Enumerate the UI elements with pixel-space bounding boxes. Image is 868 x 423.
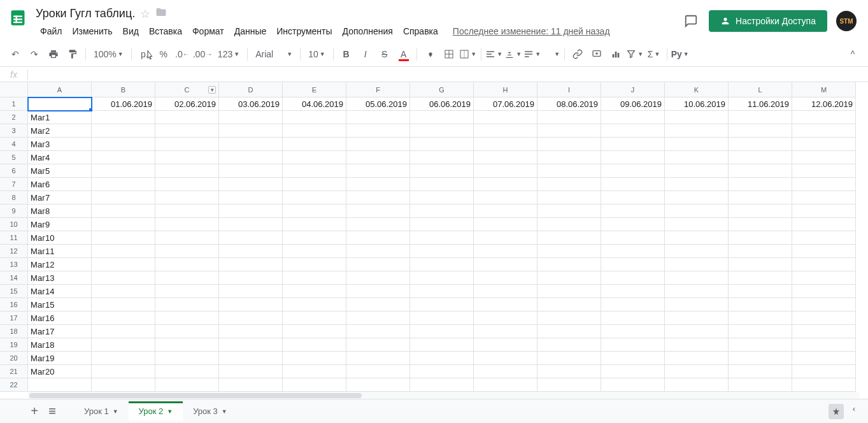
cell-F11[interactable] — [346, 231, 410, 245]
cell-A3[interactable]: Маг2 — [28, 124, 92, 138]
row-header-14[interactable]: 14 — [0, 271, 28, 285]
cell-E13[interactable] — [283, 258, 346, 271]
cell-F17[interactable] — [346, 312, 410, 325]
cell-B22[interactable] — [92, 378, 155, 392]
column-header-D[interactable]: D — [219, 82, 283, 97]
paint-format-button[interactable] — [64, 45, 82, 63]
cell-C2[interactable] — [155, 111, 219, 124]
cell-H21[interactable] — [474, 365, 537, 378]
cell-A17[interactable]: Маг16 — [28, 312, 92, 325]
cell-C7[interactable] — [155, 178, 219, 191]
chart-button[interactable] — [607, 45, 625, 63]
cell-K5[interactable] — [665, 151, 729, 164]
merge-button[interactable]: ▼ — [459, 45, 477, 63]
cell-I21[interactable] — [537, 365, 601, 378]
cell-E6[interactable] — [283, 164, 346, 178]
cell-J8[interactable] — [601, 191, 665, 204]
add-sheet-button[interactable]: + — [25, 403, 43, 420]
cell-D16[interactable] — [219, 298, 283, 312]
cell-F8[interactable] — [346, 191, 410, 204]
font-select[interactable]: Arial▼ — [252, 45, 296, 63]
cell-G6[interactable] — [410, 164, 474, 178]
cell-A7[interactable]: Маг6 — [28, 178, 92, 191]
cell-M17[interactable] — [792, 312, 856, 325]
row-header-3[interactable]: 3 — [0, 124, 28, 138]
cell-I12[interactable] — [537, 245, 601, 258]
cell-M4[interactable] — [792, 138, 856, 151]
row-header-21[interactable]: 21 — [0, 365, 28, 378]
text-color-button[interactable]: A — [395, 45, 413, 63]
row-header-6[interactable]: 6 — [0, 164, 28, 178]
cell-A6[interactable]: Маг5 — [28, 164, 92, 178]
cell-L8[interactable] — [729, 191, 792, 204]
cell-K7[interactable] — [665, 178, 729, 191]
cell-I11[interactable] — [537, 231, 601, 245]
cell-E1[interactable]: 04.06.2019 — [283, 97, 346, 111]
row-header-22[interactable]: 22 — [0, 378, 28, 392]
cell-A8[interactable]: Маг7 — [28, 191, 92, 204]
cell-L2[interactable] — [729, 111, 792, 124]
cell-F12[interactable] — [346, 245, 410, 258]
cell-C18[interactable] — [155, 325, 219, 338]
cell-I10[interactable] — [537, 218, 601, 231]
cell-B14[interactable] — [92, 271, 155, 285]
cell-K19[interactable] — [665, 338, 729, 352]
cell-I22[interactable] — [537, 378, 601, 392]
cell-G19[interactable] — [410, 338, 474, 352]
cell-D10[interactable] — [219, 218, 283, 231]
cell-H10[interactable] — [474, 218, 537, 231]
cell-C9[interactable] — [155, 204, 219, 218]
cell-B10[interactable] — [92, 218, 155, 231]
cell-F4[interactable] — [346, 138, 410, 151]
cell-F15[interactable] — [346, 285, 410, 298]
comment-button[interactable] — [588, 45, 606, 63]
cell-I14[interactable] — [537, 271, 601, 285]
column-header-G[interactable]: G — [410, 82, 474, 97]
cell-K18[interactable] — [665, 325, 729, 338]
cell-D4[interactable] — [219, 138, 283, 151]
explore-button[interactable] — [829, 404, 844, 419]
cell-L15[interactable] — [729, 285, 792, 298]
row-header-19[interactable]: 19 — [0, 338, 28, 352]
cell-K21[interactable] — [665, 365, 729, 378]
cell-L4[interactable] — [729, 138, 792, 151]
cell-D14[interactable] — [219, 271, 283, 285]
cell-F3[interactable] — [346, 124, 410, 138]
cell-L18[interactable] — [729, 325, 792, 338]
cell-J16[interactable] — [601, 298, 665, 312]
cell-D21[interactable] — [219, 365, 283, 378]
cell-C13[interactable] — [155, 258, 219, 271]
cell-B12[interactable] — [92, 245, 155, 258]
cell-I9[interactable] — [537, 204, 601, 218]
cell-J9[interactable] — [601, 204, 665, 218]
valign-button[interactable]: ▼ — [504, 45, 522, 63]
cell-E9[interactable] — [283, 204, 346, 218]
cell-M21[interactable] — [792, 365, 856, 378]
cell-J6[interactable] — [601, 164, 665, 178]
cell-C21[interactable] — [155, 365, 219, 378]
rotate-button[interactable]: ▼ — [543, 45, 560, 63]
cell-C12[interactable] — [155, 245, 219, 258]
decrease-decimal-button[interactable]: .0← — [174, 45, 192, 63]
cell-J12[interactable] — [601, 245, 665, 258]
cell-M16[interactable] — [792, 298, 856, 312]
cell-M1[interactable]: 12.06.2019 — [792, 97, 856, 111]
cell-E21[interactable] — [283, 365, 346, 378]
cell-B21[interactable] — [92, 365, 155, 378]
cell-H13[interactable] — [474, 258, 537, 271]
wrap-button[interactable]: ▼ — [523, 45, 541, 63]
cell-K1[interactable]: 10.06.2019 — [665, 97, 729, 111]
all-sheets-button[interactable]: ≡ — [43, 403, 61, 420]
cell-J21[interactable] — [601, 365, 665, 378]
cell-H19[interactable] — [474, 338, 537, 352]
row-header-10[interactable]: 10 — [0, 218, 28, 231]
cell-G4[interactable] — [410, 138, 474, 151]
cell-F13[interactable] — [346, 258, 410, 271]
cell-H4[interactable] — [474, 138, 537, 151]
cell-I20[interactable] — [537, 352, 601, 365]
cell-F18[interactable] — [346, 325, 410, 338]
cell-H9[interactable] — [474, 204, 537, 218]
cell-L6[interactable] — [729, 164, 792, 178]
column-header-B[interactable]: B — [92, 82, 155, 97]
cell-L21[interactable] — [729, 365, 792, 378]
